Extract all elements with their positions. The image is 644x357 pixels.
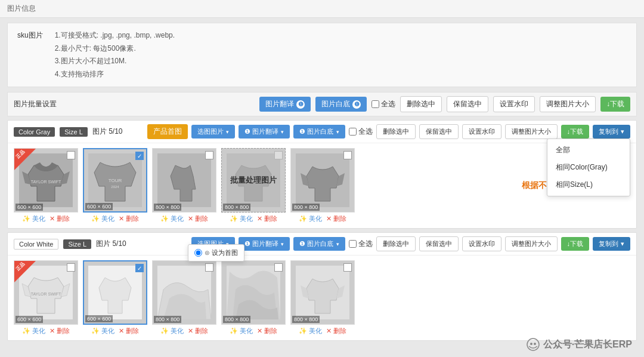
set-home-radio[interactable] [194,249,202,257]
white-img-dim-1: 600 × 600 [16,316,43,323]
gray-img-dim-1: 600 × 600 [16,204,43,211]
color-white-tag: Color White [14,239,58,250]
watermark-text: 公众号·芒果店长ERP [543,338,632,351]
white-img-actions-2: ✨ 美化 ✕ 删除 [83,327,147,336]
white-image-5: 800 × 800 ✨ 美化 ✕ 删除 [290,260,355,336]
white-keep-btn[interactable]: 保留选中 [419,236,459,251]
white-delete-2[interactable]: ✕ 删除 [119,327,139,336]
gray-beautify-3[interactable]: ✨ 美化 [160,214,184,223]
gray-copy-dropdown-wrapper: 复制到 ▾ 全部 相同Color(Gray) 相同Size(L) [593,125,630,139]
batch-process-label: 批量处理图片 [230,175,277,186]
white-delete-btn[interactable]: 删除选中 [376,236,416,251]
global-keep-btn[interactable]: 保留选中 [447,96,488,112]
white-img-checkbox-5[interactable] [343,263,352,272]
global-translate-btn[interactable]: 图片翻译 ❶ [259,97,311,112]
top-bar: 图片信息 [0,0,644,18]
translate-btn-gray[interactable]: ❶ 图片翻译 ▾ [239,125,290,139]
white-download-btn[interactable]: ↓下载 [561,237,590,251]
white-img-checkbox-1[interactable] [67,263,75,272]
gray-img-dim-2: 600 × 600 [85,203,113,210]
white-beautify-4[interactable]: ✨ 美化 [230,327,253,336]
gray-beautify-5[interactable]: ✨ 美化 [299,214,322,223]
copy-arrow-white: ▾ [621,240,624,248]
white-img-box-1: 正品 TAYLOR SWIFT 600 × 600 [14,260,78,325]
white-watermark-btn[interactable]: 设置水印 [462,236,501,251]
gray-img-box-1: 正品 TAYLOR SWIFT 600 × 600 [14,148,78,213]
gray-adjust-btn[interactable]: 调整图片大小 [505,124,558,139]
global-watermark-btn[interactable]: 设置水印 [493,96,535,112]
gray-delete-4[interactable]: ✕ 删除 [257,214,277,223]
global-adjust-btn[interactable]: 调整图片大小 [540,96,596,112]
white-img-checkbox-2[interactable]: ✓ [135,264,144,272]
white-img-checkbox-4[interactable] [274,263,283,272]
white-beautify-3[interactable]: ✨ 美化 [160,327,184,336]
translate-btn-white[interactable]: ❶ 图片翻译 ▾ [239,237,290,251]
translate-arrow-gray: ▾ [281,129,284,135]
white-beautify-1[interactable]: ✨ 美化 [22,327,45,336]
select-pic-btn-gray[interactable]: 选图图片 ▾ [191,125,235,139]
white-delete-1[interactable]: ✕ 删除 [49,327,70,336]
white-select-all-checkbox[interactable] [349,240,357,248]
white-img-box-2: ✓ 600 × 600 [83,260,147,325]
gray-beautify-2[interactable]: ✨ 美化 [91,214,114,223]
gray-img-actions-5: ✨ 美化 ✕ 删除 [290,214,355,223]
gray-delete-5[interactable]: ✕ 删除 [326,214,346,223]
gray-delete-btn[interactable]: 删除选中 [376,124,416,139]
whitebg-info-icon: ❶ [352,100,361,109]
copy-same-size-item[interactable]: 相同Size(L) [547,176,630,193]
white-header-toolbar: ⊙ 设为首图 选图图片 ▾ ❶ 图片翻译 ▾ ❶ 图片白底 ▾ [188,236,630,251]
white-beautify-2[interactable]: ✨ 美化 [91,327,114,336]
global-download-btn[interactable]: ↓下载 [600,97,630,112]
gray-img-checkbox-3[interactable] [205,151,213,159]
white-img-actions-5: ✨ 美化 ✕ 删除 [290,327,355,336]
whitebg-btn-white[interactable]: ❶ 图片白底 ▾ [293,237,345,251]
white-select-all-label: 全选 [358,239,373,249]
gray-img-checkbox-5[interactable] [343,151,352,159]
sku-gray-section: Color Gray Size L 图片 5/10 产品首图 选图图片 ▾ [7,120,637,229]
gray-shirt-svg-2: TOUR 2024 [88,153,142,207]
copy-all-item[interactable]: 全部 [547,141,630,159]
white-shirt-svg-3 [157,266,211,319]
gray-delete-3[interactable]: ✕ 删除 [188,214,208,223]
gray-select-all-wrap: 全选 [349,127,373,137]
gray-beautify-1[interactable]: ✨ 美化 [22,214,45,223]
white-img-dim-3: 800 × 800 [154,316,181,323]
svg-point-15 [530,343,532,345]
white-adjust-btn[interactable]: 调整图片大小 [505,236,558,251]
gray-image-1: 正品 TAYLOR SWIFT 600 × 600 [14,148,78,223]
gray-select-all-checkbox[interactable] [349,128,357,136]
white-delete-4[interactable]: ✕ 删除 [257,327,277,336]
product-home-btn[interactable]: 产品首图 [147,124,188,139]
gray-img-checkbox-1[interactable] [67,151,75,159]
svg-point-16 [534,343,536,345]
global-select-all-wrap: 全选 [371,99,395,109]
gray-watermark-btn[interactable]: 设置水印 [462,124,501,139]
global-delete-btn[interactable]: 删除选中 [400,96,442,112]
info-line-1: 1.可接受格式: .jpg, .png, .bmp, .webp. [55,29,175,42]
white-img-checkbox-3[interactable] [205,263,213,272]
sku-white-section: Color White Size L 图片 5/10 ⊙ 设为首图 [7,232,637,341]
whitebg-btn-gray[interactable]: ❶ 图片白底 ▾ [293,125,345,139]
color-gray-tag: Color Gray [14,127,55,137]
white-copy-btn[interactable]: 复制到 ▾ [593,237,630,251]
white-delete-5[interactable]: ✕ 删除 [326,327,346,336]
global-select-all-checkbox[interactable] [371,100,379,108]
global-whitebg-btn[interactable]: 图片白底 ❶ [315,97,367,112]
gray-beautify-4[interactable]: ✨ 美化 [230,214,253,223]
gray-delete-1[interactable]: ✕ 删除 [49,214,70,223]
white-delete-3[interactable]: ✕ 删除 [188,327,208,336]
white-set-home-tooltip: ⊙ 设为首图 [188,244,244,261]
white-beautify-5[interactable]: ✨ 美化 [299,327,322,336]
gray-img-checkbox-2[interactable]: ✓ [135,152,144,160]
gray-delete-2[interactable]: ✕ 删除 [119,214,139,223]
info-text: 1.可接受格式: .jpg, .png, .bmp, .webp. 2.最小尺寸… [55,29,175,81]
content-area: Color Gray Size L 图片 5/10 产品首图 选图图片 ▾ [0,120,644,357]
info-line-4: 4.支持拖动排序 [55,68,175,81]
white-img-dim-5: 800 × 800 [292,316,320,323]
gray-images-container: 正品 TAYLOR SWIFT 600 × 600 [8,143,636,228]
copy-same-color-item[interactable]: 相同Color(Gray) [547,159,630,176]
gray-img-actions-3: ✨ 美化 ✕ 删除 [152,214,216,223]
gray-download-btn[interactable]: ↓下载 [561,125,590,139]
gray-keep-btn[interactable]: 保留选中 [419,124,459,139]
gray-copy-btn[interactable]: 复制到 ▾ [593,125,630,139]
